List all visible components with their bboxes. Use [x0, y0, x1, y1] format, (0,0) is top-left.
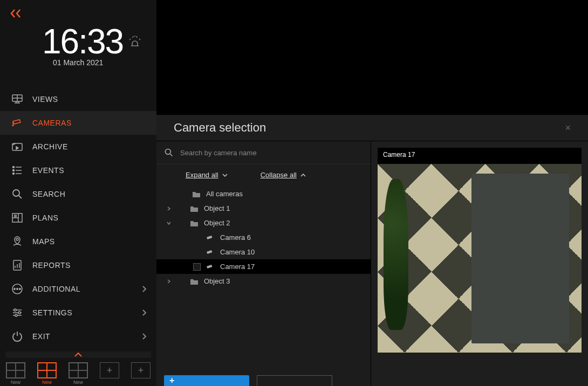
layout-item[interactable]: New [67, 362, 89, 385]
layout-add-button[interactable]: + [99, 362, 120, 385]
nav-label: PLANS [32, 213, 58, 222]
svg-point-33 [15, 314, 17, 316]
sidebar-item-plans[interactable]: PLANS [0, 206, 156, 230]
camera-icon [206, 235, 215, 241]
tree-node-object-3[interactable]: Object 3 [156, 274, 371, 288]
layout-item[interactable]: New [5, 362, 26, 385]
chevron-down-icon [222, 173, 228, 178]
more-icon [11, 282, 24, 295]
camera-preview[interactable]: Camera 17 [378, 148, 582, 353]
tree-node-all-cameras[interactable]: All cameras [156, 187, 371, 201]
chevron-right-icon [141, 333, 147, 340]
sidebar-item-search[interactable]: SEARCH [0, 182, 156, 206]
tree-node-camera-10[interactable]: Camera 10 [156, 245, 371, 259]
chevrons-left-icon [9, 8, 23, 19]
tree-node-camera-17[interactable]: Camera 17 [156, 259, 371, 274]
svg-point-19 [16, 238, 18, 240]
camera-selection-panel: Camera selection × Expand all Co [156, 115, 588, 386]
sidebar-item-cameras[interactable]: CAMERAS [0, 111, 156, 135]
sidebar-item-settings[interactable]: SETTINGS [0, 301, 156, 325]
svg-point-13 [13, 190, 19, 196]
maps-icon [11, 235, 24, 248]
nav-label: SEARCH [32, 190, 65, 198]
sidebar-item-exit[interactable]: EXIT [0, 325, 156, 348]
chevron-right-icon [166, 279, 172, 284]
layout-label: New [42, 380, 52, 385]
viewport-area [156, 0, 588, 115]
nav-label: EXIT [32, 332, 50, 341]
nav-label: EVENTS [32, 166, 64, 175]
svg-point-35 [165, 149, 170, 154]
sidebar-item-maps[interactable]: MAPS [0, 230, 156, 253]
chevron-right-icon [141, 285, 147, 293]
tree-label: Object 2 [204, 219, 230, 227]
nav: VIEWS CAMERAS ARCHIVE EVENTS [0, 87, 156, 348]
sidebar-item-events[interactable]: EVENTS [0, 158, 156, 182]
nav-label: REPORTS [32, 261, 71, 270]
expand-all-label: Expand all [186, 171, 218, 179]
svg-rect-18 [15, 215, 16, 217]
panel-title: Camera selection [174, 121, 266, 135]
camera-tree-pane: Expand all Collapse all All cameras [156, 141, 371, 386]
svg-point-7 [13, 167, 15, 168]
plus-icon: + [131, 362, 151, 378]
svg-point-26 [17, 288, 18, 290]
close-button[interactable]: × [565, 122, 571, 134]
svg-line-14 [19, 196, 22, 198]
tree-label: Camera 17 [220, 263, 255, 271]
alarm-icon [127, 34, 142, 49]
expand-all-button[interactable]: Expand all [186, 171, 228, 179]
tree-label: Object 3 [204, 277, 230, 285]
folder-icon [192, 190, 201, 198]
settings-icon [11, 306, 24, 319]
search-row [156, 141, 371, 164]
sidebar-item-views[interactable]: VIEWS [0, 87, 156, 111]
nav-label: CAMERAS [32, 119, 72, 127]
sidebar-item-additional[interactable]: ADDITIONAL [0, 277, 156, 301]
camera-icon [206, 249, 215, 256]
tree-label: All cameras [206, 190, 243, 198]
camera-preview-image [378, 164, 582, 353]
search-icon [11, 188, 24, 201]
plans-icon [11, 211, 24, 224]
svg-point-31 [18, 312, 20, 314]
svg-point-29 [14, 309, 16, 311]
footer-expand-button[interactable] [5, 351, 151, 358]
tree-node-object-1[interactable]: Object 1 [156, 201, 371, 216]
tree-checkbox[interactable] [193, 263, 201, 271]
camera-search-input[interactable] [180, 149, 363, 157]
sidebar-item-reports[interactable]: REPORTS [0, 253, 156, 277]
plus-icon: + [100, 362, 119, 378]
nav-label: VIEWS [32, 95, 58, 104]
layout-label: New [11, 380, 20, 385]
camera-icon [11, 116, 24, 129]
layout-add-button[interactable]: + [130, 362, 152, 385]
secondary-action-button[interactable] [257, 375, 332, 386]
sidebar-item-archive[interactable]: ARCHIVE [0, 135, 156, 158]
tree-node-object-2[interactable]: Object 2 [156, 216, 371, 230]
folder-icon [190, 219, 199, 227]
layout-item-selected[interactable]: New [36, 362, 58, 385]
collapse-all-label: Collapse all [261, 171, 297, 179]
nav-label: MAPS [32, 237, 55, 246]
collapse-all-button[interactable]: Collapse all [261, 171, 306, 179]
layouts-row: New New New + + [5, 362, 152, 385]
camera-tree: All cameras Object 1 Object 2 [156, 185, 371, 290]
primary-action-button[interactable]: + [164, 375, 249, 386]
folder-icon [190, 278, 199, 285]
power-icon [11, 330, 24, 343]
search-icon [164, 148, 174, 157]
tree-node-camera-6[interactable]: Camera 6 [156, 230, 371, 245]
reports-icon [11, 259, 24, 272]
chevron-up-icon [300, 173, 306, 178]
main: Camera selection × Expand all Co [156, 0, 588, 386]
preview-label: Camera 17 [383, 151, 415, 158]
svg-point-27 [19, 288, 20, 290]
tree-label: Camera 10 [220, 248, 255, 256]
chevron-up-icon [74, 352, 83, 357]
svg-point-9 [13, 170, 15, 171]
tree-label: Camera 6 [220, 233, 251, 242]
nav-label: ADDITIONAL [32, 285, 80, 293]
svg-point-25 [14, 288, 15, 290]
svg-point-11 [13, 173, 15, 175]
